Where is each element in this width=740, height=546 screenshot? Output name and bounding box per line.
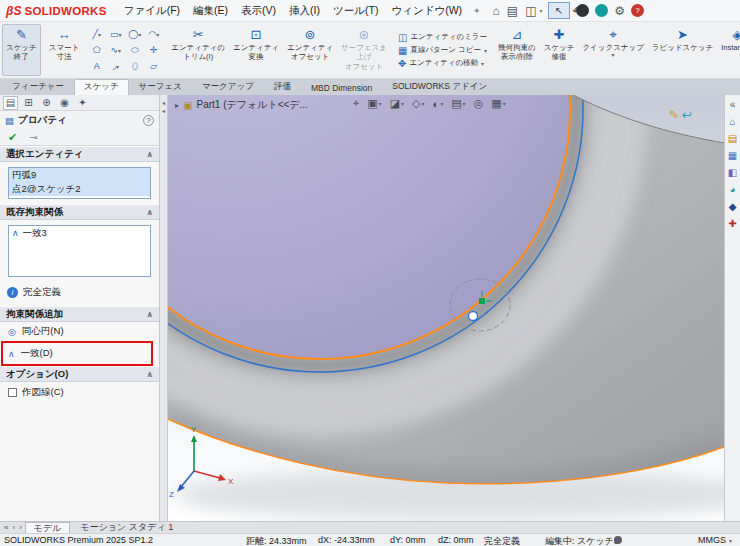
motion-study-tab[interactable]: モーション スタディ 1 (72, 522, 181, 534)
selected-entities-header[interactable]: 選択エンティティ ∧ (0, 146, 159, 162)
panel-help-icon[interactable]: ? (143, 115, 154, 126)
prev-tab-icon[interactable]: ‹ (11, 523, 16, 532)
zoom-fit-icon[interactable]: ⌖ (353, 97, 359, 110)
rectangle-tool-button[interactable]: ▭▾ (106, 26, 125, 42)
graphics-area[interactable]: Y X Z ▸ ▣ Part1 (デフォルト<<デ... ⌖ ▣▾ ◪▾ ◇▾ (168, 95, 724, 521)
custom-properties-icon[interactable]: ◆ (729, 202, 737, 212)
tab-features[interactable]: フィーチャー (2, 79, 74, 95)
scene-icon[interactable]: ▦▾ (491, 97, 505, 110)
confirmation-corner[interactable]: ✎ ↩ (669, 108, 692, 122)
notifications-icon[interactable] (576, 4, 589, 17)
display-delete-relations-button[interactable]: ⊿ 幾何拘束の 表示/削除 (494, 24, 540, 76)
appearances-icon[interactable]: ◎ (474, 97, 484, 110)
design-library-icon[interactable]: ▤ (728, 134, 737, 144)
panel-splitter[interactable]: ◂ ◂ (160, 95, 168, 521)
tab-configurationmanager[interactable]: ⊞ (21, 96, 36, 110)
linear-pattern-button[interactable]: ▦ 直線パターン コピー ▾ (398, 45, 487, 56)
list-item[interactable]: ∧ 一致3 (9, 226, 150, 240)
dropdown-icon[interactable]: ▾ (612, 52, 615, 60)
options-header[interactable]: オプション(O) ∧ (0, 366, 159, 382)
3d-model-canvas[interactable]: Y X Z (168, 95, 724, 521)
dropdown-icon[interactable]: ▾ (116, 63, 119, 70)
tab-propertymanager[interactable]: ▤ (3, 96, 18, 110)
user-avatar[interactable] (595, 4, 608, 17)
ellipse-tool-button[interactable]: ⬭ (125, 42, 144, 58)
pin-icon[interactable]: ⊸ (29, 132, 37, 143)
menu-edit[interactable]: 編集(E) (188, 2, 233, 20)
slot-tool-button[interactable]: ⬯ (125, 58, 144, 74)
home-icon[interactable]: ⌂ (493, 4, 500, 18)
section-view-icon[interactable]: ◪▾ (390, 97, 404, 110)
part-name[interactable]: Part1 (デフォルト<<デ... (196, 98, 307, 112)
view-palette-icon[interactable]: ◧ (728, 168, 737, 178)
dropdown-icon[interactable]: ▾ (118, 47, 121, 54)
collapse-caret-icon[interactable]: ∧ (147, 150, 154, 159)
rapid-sketch-button[interactable]: ➤ ラピッドスケッチ (648, 24, 717, 76)
tab-addins[interactable]: SOLIDWORKS アドイン (382, 79, 497, 95)
trim-entities-button[interactable]: ✂ エンティティの トリム(I) (167, 24, 229, 76)
sketch-pencil-icon[interactable]: ✎ (669, 108, 679, 122)
menu-tools[interactable]: ツール(T) (328, 2, 383, 20)
repair-sketch-button[interactable]: ✚ スケッチ 修復 (540, 24, 579, 76)
dropdown-icon[interactable]: ▾ (138, 31, 141, 38)
settings-gear-icon[interactable]: ⚙ (614, 4, 625, 18)
move-entities-button[interactable]: ✥ エンティティの移動 ▾ (398, 58, 487, 69)
construction-checkbox[interactable] (8, 388, 17, 397)
ok-button[interactable]: ✔ (8, 131, 17, 144)
save-dropdown-icon[interactable]: ▾ (540, 7, 543, 14)
tab-sketch[interactable]: スケッチ (74, 79, 129, 95)
forum-icon[interactable]: ✚ (728, 219, 736, 229)
collapse-caret-icon[interactable]: ∧ (147, 370, 154, 379)
spline-tool-button[interactable]: ∿▾ (106, 42, 125, 58)
feature-tree-breadcrumb[interactable]: ▸ ▣ Part1 (デフォルト<<デ... (175, 98, 308, 112)
collapse-arrow-icon[interactable]: ◂ (162, 99, 165, 106)
tab-surfaces[interactable]: サーフェス (129, 79, 192, 95)
add-relation-coincident-button[interactable]: ∧ 一致(D) (0, 344, 159, 363)
menu-insert[interactable]: 挿入(I) (284, 2, 325, 20)
offset-entities-button[interactable]: ⊚ エンティティ オフセット (283, 24, 337, 76)
resources-icon[interactable]: ⌂ (729, 117, 735, 127)
tab-displaymanager[interactable]: ◉ (57, 96, 72, 110)
appearances-scenes-icon[interactable]: ◕ (729, 185, 735, 195)
exit-sketch-corner-icon[interactable]: ↩ (682, 108, 692, 122)
dropdown-icon[interactable]: ▾ (156, 31, 159, 38)
add-relation-concentric-button[interactable]: ◎ 同心円(N) (0, 322, 159, 341)
text-tool-button[interactable]: A (87, 58, 106, 74)
menu-window[interactable]: ウィンドウ(W) (386, 2, 467, 20)
line-tool-button[interactable]: ╱▾ (87, 26, 106, 42)
dropdown-icon[interactable]: ▾ (98, 31, 101, 38)
mirror-entities-button[interactable]: ◫ エンティティのミラー (398, 32, 487, 43)
instant2d-button[interactable]: ◈ Instant2D (717, 24, 740, 76)
collapse-arrow-icon[interactable]: ◂ (162, 107, 165, 114)
display-style-icon[interactable]: ◐▾ (433, 98, 444, 110)
polygon-tool-button[interactable]: ⬠ (87, 42, 106, 58)
tree-caret-icon[interactable]: ▸ (175, 101, 179, 110)
point-tool-button[interactable]: ✛ (144, 42, 163, 58)
zoom-area-icon[interactable]: ▣▾ (367, 97, 381, 110)
quick-snaps-button[interactable]: ⌖ クイックスナップ ▾ (578, 24, 647, 76)
tab-evaluate[interactable]: 評価 (264, 79, 301, 95)
point-marker[interactable] (469, 312, 478, 321)
save-icon[interactable]: ◫ (525, 4, 536, 18)
circle-tool-button[interactable]: ◯▾ (125, 26, 144, 42)
existing-relations-header[interactable]: 既存拘束関係 ∧ (0, 204, 159, 220)
exit-sketch-button[interactable]: ✎ スケッチ 終了 (2, 24, 41, 76)
plane-tool-button[interactable]: ▱ (144, 58, 163, 74)
menu-file[interactable]: ファイル(F) (119, 2, 185, 20)
list-item[interactable]: 円弧9 (9, 168, 150, 182)
smart-dimension-button[interactable]: ↔ スマート 寸法 (45, 24, 84, 76)
arc-tool-button[interactable]: ◠▾ (144, 26, 163, 42)
tab-mbd-dimension[interactable]: MBD Dimension (301, 81, 382, 95)
dropdown-icon[interactable]: ▾ (118, 31, 121, 38)
favorites-icon[interactable]: ✦ (473, 6, 481, 16)
file-explorer-icon[interactable]: ▦ (728, 151, 737, 161)
menu-view[interactable]: 表示(V) (236, 2, 281, 20)
convert-entities-button[interactable]: ⊡ エンティティ 変換 (229, 24, 283, 76)
tab-markup[interactable]: マークアップ (192, 79, 264, 95)
collapse-caret-icon[interactable]: ∧ (147, 310, 154, 319)
dropdown-icon[interactable]: ▾ (484, 47, 487, 54)
help-icon[interactable]: ? (631, 4, 644, 17)
model-tab[interactable]: モデル (25, 522, 71, 534)
collapse-caret-icon[interactable]: ∧ (147, 208, 154, 217)
hide-show-items-icon[interactable]: ▤▾ (451, 97, 465, 110)
